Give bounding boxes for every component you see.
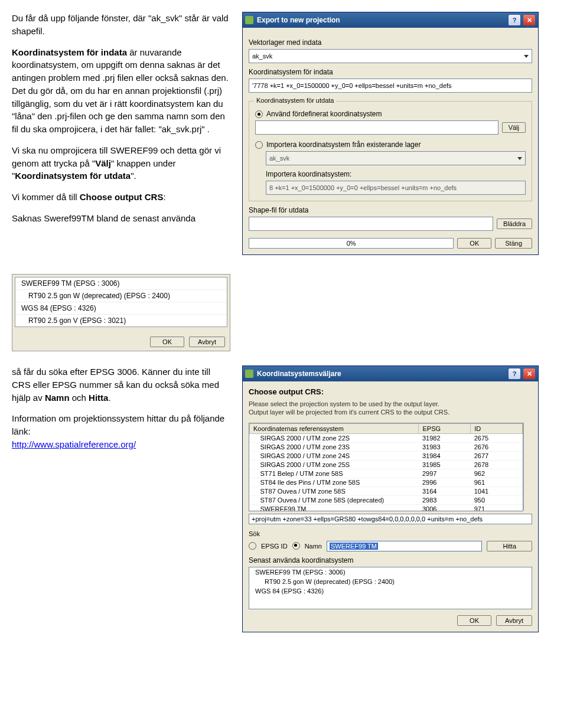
output-crs-legend: Koordinatsystem för utdata: [254, 97, 336, 104]
export-dialog-title: Export to new projection: [257, 16, 340, 24]
valj-button[interactable]: Välj: [502, 122, 526, 133]
app-icon: [245, 370, 253, 378]
para-5: Saknas Sweref99TM bland de senast använd…: [12, 212, 230, 225]
table-scrollbar[interactable]: [523, 423, 532, 510]
export-dialog: Export to new projection ? ✕ Vektorlager…: [242, 12, 539, 255]
para-7: Information om projektionssystem hittar …: [12, 412, 230, 450]
table-row[interactable]: SIRGAS 2000 / UTM zone 22S319822675: [250, 433, 523, 442]
table-row[interactable]: SIRGAS 2000 / UTM zone 23S319832676: [250, 442, 523, 451]
ok-button[interactable]: OK: [457, 615, 491, 626]
app-icon: [245, 16, 253, 24]
table-row[interactable]: ST84 Ile des Pins / UTM zone 58S2996961: [250, 478, 523, 487]
para-2: Koordinatsystem för indata är nuvarande …: [12, 46, 230, 136]
table-row[interactable]: SWEREF99 TM3006971: [250, 504, 523, 511]
instruction-text: Du får då upp följande fönster, där "ak_…: [12, 12, 230, 267]
list-item[interactable]: WGS 84 (EPSG : 4326): [15, 302, 227, 314]
shape-output-field[interactable]: [249, 217, 493, 231]
help-button[interactable]: ?: [508, 368, 521, 380]
ok-button[interactable]: OK: [457, 238, 491, 249]
list-item[interactable]: WGS 84 (EPSG : 4326): [249, 586, 532, 596]
close-button[interactable]: ✕: [523, 14, 536, 26]
label-shape-output: Shape-fil för utdata: [249, 206, 532, 214]
search-row: Sök: [249, 530, 532, 537]
table-row[interactable]: SIRGAS 2000 / UTM zone 25S319852678: [250, 460, 523, 469]
list-item[interactable]: RT90 2.5 gon W (deprecated) (EPSG : 2400…: [15, 289, 227, 302]
radio-import[interactable]: [255, 141, 263, 149]
bottom-section: så får du söka efter EPSG 3006. Känner d…: [12, 365, 555, 644]
cancel-button[interactable]: Avbryt: [496, 615, 532, 626]
search-label: Sök: [249, 530, 260, 537]
radio-predefined-label: Använd fördefinerat koordinatsystem: [266, 110, 382, 118]
label-input-crs: Koordinatsystem för indata: [249, 68, 532, 76]
radio-namn-label: Namn: [305, 543, 322, 550]
ok-button[interactable]: OK: [150, 337, 184, 347]
radio-namn[interactable]: [292, 542, 300, 550]
recent-crs-list[interactable]: SWEREF99 TM (EPSG : 3006) RT90 2.5 gon W…: [249, 567, 532, 609]
crs-table[interactable]: Koordinaternas referenssystem EPSG ID SI…: [249, 423, 523, 511]
help-button[interactable]: ?: [508, 14, 521, 26]
label-import-crs: Importera koordinatsystem:: [266, 170, 526, 178]
progress-bar: 0%: [249, 238, 454, 249]
crs-chooser-dialog: Koordinatsystemsväljare ? ✕ Choose outpu…: [242, 365, 539, 632]
para-1: Du får då upp följande fönster, där "ak_…: [12, 12, 230, 38]
input-crs-field[interactable]: '7778 +k=1 +x_0=1500000 +y_0=0 +ellps=be…: [249, 79, 532, 93]
top-section: Du får då upp följande fönster, där "ak_…: [12, 12, 555, 267]
col-name[interactable]: Koordinaternas referenssystem: [250, 423, 419, 433]
export-dialog-titlebar[interactable]: Export to new projection ? ✕: [243, 12, 538, 28]
label-vector-layer: Vektorlager med indata: [249, 38, 532, 47]
para-6: så får du söka efter EPSG 3006. Känner d…: [12, 365, 230, 404]
hitta-button[interactable]: Hitta: [487, 541, 532, 551]
table-row[interactable]: ST87 Ouvea / UTM zone 58S31641041: [250, 487, 523, 495]
para-3: Vi ska nu omprojicera till SWEREF99 och …: [12, 144, 230, 182]
import-layer-combo[interactable]: ak_svk: [266, 151, 526, 165]
table-row[interactable]: ST87 Ouvea / UTM zone 58S (deprecated)29…: [250, 495, 523, 504]
predefined-crs-field[interactable]: [255, 120, 498, 135]
choose-output-desc: Please select the projection system to b…: [249, 400, 532, 417]
choose-output-heading: Choose output CRS:: [249, 387, 532, 396]
list-item[interactable]: RT90 2.5 gon V (EPSG : 3021): [15, 314, 227, 327]
list-item[interactable]: SWEREF99 TM (EPSG : 3006): [249, 567, 532, 577]
close-button[interactable]: ✕: [523, 368, 536, 380]
table-row[interactable]: ST71 Belep / UTM zone 58S2997962: [250, 469, 523, 478]
import-crs-field: 8 +k=1 +x_0=1500000 +y_0=0 +ellps=bessel…: [266, 181, 526, 195]
radio-import-label: Importera koordinatsystem från existeran…: [266, 141, 421, 149]
crs-recent-list[interactable]: SWEREF99 TM (EPSG : 3006) RT90 2.5 gon W…: [15, 277, 227, 327]
crs-chooser-title: Koordinatsystemsväljare: [257, 370, 341, 378]
col-epsg[interactable]: EPSG: [419, 423, 471, 433]
cancel-button[interactable]: Avbryt: [189, 337, 225, 347]
table-row[interactable]: SIRGAS 2000 / UTM zone 24S319842677: [250, 451, 523, 460]
col-id[interactable]: ID: [471, 423, 523, 433]
output-crs-group: Koordinatsystem för utdata Använd fördef…: [249, 101, 532, 201]
label-recent-crs: Senast använda koordinatsystem: [249, 556, 532, 564]
chevron-down-icon: [517, 157, 522, 160]
list-item[interactable]: SWEREF99 TM (EPSG : 3006): [15, 278, 227, 289]
vector-layer-combo[interactable]: ak_svk: [249, 49, 532, 63]
chevron-down-icon: [524, 55, 529, 58]
browse-button[interactable]: Bläddra: [497, 218, 532, 229]
radio-predefined[interactable]: [255, 110, 263, 118]
crs-chooser-titlebar[interactable]: Koordinatsystemsväljare ? ✕: [243, 366, 538, 381]
radio-epsg-id-label: EPSG ID: [261, 543, 288, 550]
radio-epsg-id[interactable]: [249, 542, 256, 550]
spatialreference-link[interactable]: http://www.spatialreference.org/: [12, 439, 136, 449]
close-window-button[interactable]: Stäng: [495, 238, 532, 249]
crs-recent-panel: SWEREF99 TM (EPSG : 3006) RT90 2.5 gon W…: [12, 274, 230, 351]
para-4: Vi kommer då till Choose output CRS:: [12, 191, 230, 204]
search-input[interactable]: SWEREF99 TM: [327, 541, 482, 551]
list-item[interactable]: RT90 2.5 gon W (deprecated) (EPSG : 2400…: [249, 577, 532, 586]
proj-string-field: +proj=utm +zone=33 +ellps=GRS80 +towgs84…: [249, 514, 532, 524]
